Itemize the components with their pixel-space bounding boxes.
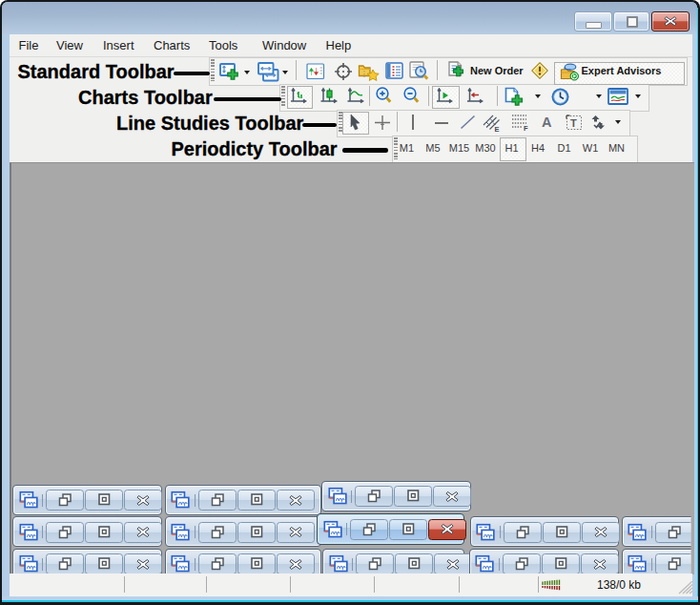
svg-text:F: F xyxy=(524,124,528,132)
svg-text:T: T xyxy=(570,117,577,129)
svg-text:E: E xyxy=(495,124,500,133)
